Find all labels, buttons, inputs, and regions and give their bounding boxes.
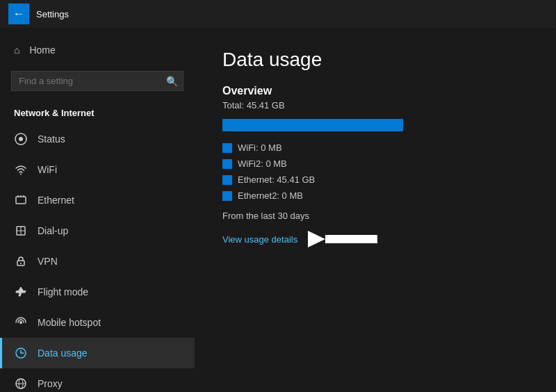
view-details-link[interactable]: View usage details <box>222 234 297 245</box>
sidebar-item-dialup[interactable]: Dial-up <box>0 215 195 246</box>
usage-label-ethernet: Ethernet: 45.41 GB <box>238 174 315 185</box>
svg-marker-18 <box>308 231 325 247</box>
svg-rect-3 <box>16 197 26 204</box>
sidebar: ⌂ Home 🔍 Network & Internet Status <box>0 28 195 392</box>
sidebar-item-label: Data usage <box>38 348 88 359</box>
sidebar-item-vpn[interactable]: VPN <box>0 246 195 277</box>
proxy-icon <box>14 377 28 391</box>
svg-rect-17 <box>325 235 377 243</box>
status-icon <box>14 132 28 146</box>
svg-point-11 <box>20 263 22 264</box>
section-header: Network & Internet <box>0 102 195 124</box>
title-bar: ← Settings <box>0 0 556 28</box>
usage-label-ethernet2: Ethernet2: 0 MB <box>238 190 303 201</box>
overview-title: Overview <box>222 85 528 97</box>
sidebar-item-label: Ethernet <box>38 195 74 206</box>
sidebar-item-status[interactable]: Status <box>0 124 195 154</box>
sidebar-item-datausage[interactable]: Data usage <box>0 338 195 368</box>
sidebar-item-label: WiFi <box>38 164 57 175</box>
home-icon: ⌂ <box>14 44 19 56</box>
sidebar-item-proxy[interactable]: Proxy <box>0 368 195 392</box>
page-title: Data usage <box>222 49 528 71</box>
sidebar-item-label: Mobile hotspot <box>38 317 101 328</box>
vpn-icon <box>14 254 28 268</box>
usage-color-wifi <box>222 143 232 153</box>
app-title: Settings <box>36 9 69 19</box>
sidebar-item-flightmode[interactable]: Flight mode <box>0 277 195 307</box>
sidebar-item-label: Proxy <box>38 378 63 389</box>
usage-item-wifi2: WiFi2: 0 MB <box>222 158 528 169</box>
search-input[interactable] <box>11 71 183 91</box>
overview-total: Total: 45.41 GB <box>222 100 528 111</box>
usage-color-ethernet2 <box>222 191 232 201</box>
search-icon: 🔍 <box>166 76 178 87</box>
datausage-icon <box>14 346 28 360</box>
arrow-annotation <box>304 225 388 253</box>
svg-point-1 <box>19 137 23 141</box>
arrow-container: View usage details <box>222 225 528 253</box>
sidebar-item-label: Dial-up <box>38 225 68 236</box>
dialup-icon <box>14 224 28 238</box>
usage-label-wifi2: WiFi2: 0 MB <box>238 158 287 169</box>
sidebar-item-wifi[interactable]: WiFi <box>0 154 195 185</box>
sidebar-item-label: VPN <box>38 256 58 267</box>
svg-point-12 <box>19 321 22 324</box>
usage-label-wifi: WiFi: 0 MB <box>238 142 282 153</box>
overview-section: Overview Total: 45.41 GB WiFi: 0 MB WiFi… <box>222 85 528 253</box>
app-container: ⌂ Home 🔍 Network & Internet Status <box>0 28 556 392</box>
wifi-icon <box>14 163 28 177</box>
sidebar-item-mobilehotspot[interactable]: Mobile hotspot <box>0 307 195 338</box>
search-box: 🔍 <box>11 71 183 91</box>
sidebar-item-ethernet[interactable]: Ethernet <box>0 185 195 215</box>
usage-color-wifi2 <box>222 159 232 169</box>
sidebar-item-label: Status <box>38 133 65 145</box>
usage-item-ethernet: Ethernet: 45.41 GB <box>222 174 528 185</box>
progress-bar-fill <box>222 119 403 131</box>
usage-item-ethernet2: Ethernet2: 0 MB <box>222 190 528 201</box>
mobilehotspot-icon <box>14 316 28 329</box>
content-area: Data usage Overview Total: 45.41 GB WiFi… <box>195 28 556 392</box>
usage-color-ethernet <box>222 175 232 185</box>
ethernet-icon <box>14 193 28 207</box>
flightmode-icon <box>14 285 28 299</box>
back-button[interactable]: ← <box>8 3 29 24</box>
sidebar-item-label: Flight mode <box>38 286 88 297</box>
usage-item-wifi: WiFi: 0 MB <box>222 142 528 153</box>
svg-point-2 <box>20 174 22 175</box>
progress-bar <box>222 119 403 131</box>
sidebar-item-home[interactable]: ⌂ Home <box>0 35 195 65</box>
from-label: From the last 30 days <box>222 211 528 221</box>
sidebar-home-label: Home <box>29 44 55 56</box>
